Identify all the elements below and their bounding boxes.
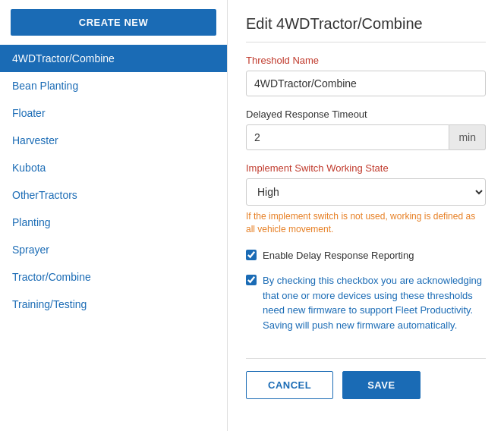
delayed-response-label: Delayed Response Timeout: [246, 109, 486, 120]
firmware-checkbox[interactable]: [246, 275, 257, 285]
cancel-button[interactable]: CANCEL: [246, 371, 333, 399]
implement-switch-select[interactable]: HighLow: [246, 178, 486, 206]
sidebar-item-floater[interactable]: Floater: [0, 99, 227, 127]
enable-delay-checkbox[interactable]: [246, 250, 257, 260]
delayed-response-group: Delayed Response Timeout min: [246, 109, 486, 150]
sidebar-item-sprayer[interactable]: Sprayer: [0, 236, 227, 263]
enable-delay-label: Enable Delay Response Reporting: [263, 248, 414, 263]
sidebar-item-training[interactable]: Training/Testing: [0, 291, 227, 318]
form-actions: CANCEL SAVE: [246, 358, 486, 399]
enable-delay-checkbox-group: Enable Delay Response Reporting: [246, 248, 486, 263]
threshold-name-label: Threshold Name: [246, 55, 486, 66]
sidebar-item-kubota[interactable]: Kubota: [0, 154, 227, 181]
sidebar-item-harvester[interactable]: Harvester: [0, 127, 227, 154]
save-button[interactable]: SAVE: [342, 371, 420, 399]
sidebar-list: 4WDTractor/CombineBean PlantingFloaterHa…: [0, 45, 227, 431]
delayed-response-input[interactable]: [246, 124, 449, 150]
implement-switch-group: Implement Switch Working State HighLow I…: [246, 162, 486, 236]
edit-title: Edit 4WDTractor/Combine: [246, 15, 486, 42]
sidebar-item-other[interactable]: OtherTractors: [0, 181, 227, 209]
sidebar-item-tractor[interactable]: Tractor/Combine: [0, 263, 227, 291]
sidebar-item-planting[interactable]: Planting: [0, 209, 227, 236]
delayed-response-suffix: min: [449, 124, 486, 150]
sidebar-item-bean[interactable]: Bean Planting: [0, 72, 227, 99]
create-new-button[interactable]: CREATE NEW: [11, 9, 216, 36]
threshold-name-group: Threshold Name: [246, 55, 486, 96]
firmware-label: By checking this checkbox you are acknow…: [263, 273, 486, 332]
firmware-checkbox-group: By checking this checkbox you are acknow…: [246, 273, 486, 332]
implement-switch-label: Implement Switch Working State: [246, 162, 486, 174]
implement-switch-helper: If the implement switch is not used, wor…: [246, 210, 486, 236]
threshold-name-input[interactable]: [246, 71, 486, 96]
main-content: Edit 4WDTractor/Combine Threshold Name D…: [228, 0, 504, 431]
sidebar: CREATE NEW 4WDTractor/CombineBean Planti…: [0, 0, 228, 431]
sidebar-item-4wd[interactable]: 4WDTractor/Combine: [0, 45, 227, 72]
delayed-response-input-wrapper: min: [246, 124, 486, 150]
